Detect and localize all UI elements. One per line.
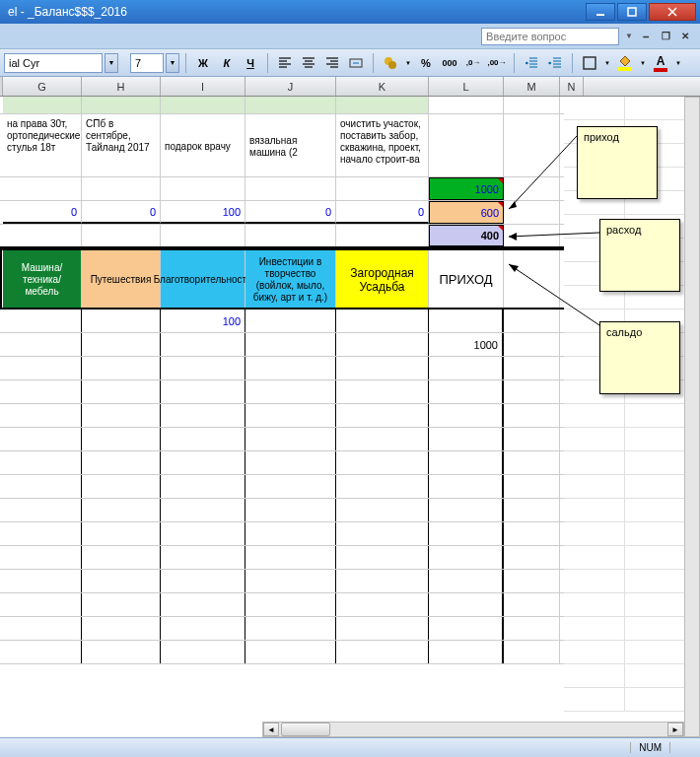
cell[interactable] [504,310,560,332]
cell[interactable] [245,97,336,113]
cell[interactable] [161,641,245,663]
cell[interactable] [336,617,429,640]
cell[interactable] [3,380,82,403]
cell-cat-charity[interactable]: Благотворительность [161,250,245,308]
cell[interactable] [82,97,161,113]
cell[interactable] [161,617,245,640]
cell[interactable] [161,475,245,498]
doc-close-button[interactable]: ✕ [678,30,692,43]
col-header-K[interactable]: K [336,77,429,96]
comment-saldo[interactable]: сальдо [599,321,680,394]
cell[interactable] [161,593,245,616]
cell[interactable] [336,546,429,569]
font-size-dropdown[interactable]: ▼ [166,53,179,73]
cell-cat-income[interactable]: ПРИХОД [429,250,504,308]
cell[interactable] [504,451,560,474]
cell[interactable] [161,570,245,592]
cell[interactable] [429,546,504,569]
align-center-button[interactable] [298,52,319,74]
currency-dropdown[interactable]: ▼ [403,52,413,74]
merge-cells-button[interactable] [345,52,367,74]
italic-button[interactable]: К [216,52,238,74]
cell[interactable]: подарок врачу [161,114,245,176]
cell[interactable] [336,177,429,200]
cell[interactable] [245,333,336,356]
col-header-H[interactable]: H [82,77,161,96]
cell[interactable] [245,380,336,403]
cell[interactable] [504,617,560,640]
cell[interactable] [3,593,82,616]
cell[interactable] [336,225,429,246]
comment-income[interactable]: приход [577,126,658,199]
cell[interactable] [3,177,82,200]
cell[interactable] [504,641,560,663]
cell[interactable]: 0 [82,201,161,224]
cell[interactable] [504,499,560,521]
help-question-input[interactable] [481,28,619,45]
cell[interactable] [161,225,245,246]
cell[interactable] [3,428,82,450]
cell[interactable] [336,404,429,427]
underline-button[interactable]: Ч [240,52,261,74]
cell[interactable] [3,97,82,113]
cell[interactable]: вязальная машина (2 [245,114,336,176]
comment-expense[interactable]: расход [599,219,680,292]
cell[interactable] [336,97,429,113]
cell-cat-estate[interactable]: Загородная Усадьба [336,250,429,308]
cell[interactable] [504,97,560,113]
cell[interactable] [245,499,336,521]
cell[interactable] [245,225,336,246]
font-color-button[interactable]: A [650,52,671,74]
cell[interactable] [161,499,245,521]
cell[interactable] [3,357,82,379]
minimize-button[interactable] [586,3,615,21]
maximize-button[interactable] [617,3,647,21]
cell[interactable] [3,475,82,498]
cell-income[interactable]: 1000 [429,177,504,200]
col-header-N[interactable]: N [560,77,584,96]
col-header-M[interactable]: M [504,77,560,96]
cell[interactable] [161,546,245,569]
cell[interactable] [336,593,429,616]
cell[interactable] [336,357,429,379]
cell[interactable] [161,428,245,450]
col-header-J[interactable]: J [245,77,336,96]
cell[interactable] [429,570,504,592]
cell[interactable] [245,546,336,569]
cell[interactable] [504,570,560,592]
cell-cat-travel[interactable]: Путешествия [82,250,161,308]
cell[interactable] [3,225,82,246]
cell[interactable] [504,225,560,246]
cell[interactable] [161,451,245,474]
cell[interactable] [3,546,82,569]
cell-cat-invest[interactable]: Инвестиции в творчество (войлок, мыло, б… [245,250,336,308]
cell[interactable] [429,428,504,450]
increase-decimal-button[interactable]: ,0→ [462,52,484,74]
cell[interactable] [3,570,82,592]
cell[interactable] [504,201,560,224]
scroll-thumb[interactable] [281,723,330,736]
cell[interactable] [504,357,560,379]
align-left-button[interactable] [274,52,296,74]
cell[interactable] [336,380,429,403]
cell[interactable]: 100 [161,201,245,224]
cell[interactable] [336,333,429,356]
cell[interactable] [504,593,560,616]
borders-button[interactable] [579,52,600,74]
cell[interactable] [82,522,161,545]
cell[interactable] [245,404,336,427]
cell[interactable] [161,177,245,200]
cell[interactable] [429,617,504,640]
font-name-input[interactable]: ial Cyr [4,53,103,73]
cell[interactable] [504,380,560,403]
cell[interactable]: 100 [161,310,245,332]
cell[interactable]: 1000 [429,333,504,356]
cell[interactable] [504,404,560,427]
cell[interactable] [429,114,504,176]
fill-color-button[interactable] [614,52,636,74]
cell-expense[interactable]: 600 [429,201,504,224]
cell[interactable] [82,593,161,616]
horizontal-scrollbar[interactable]: ◄ ► [262,722,684,737]
font-size-input[interactable]: 7 [130,53,164,73]
cell[interactable] [82,357,161,379]
